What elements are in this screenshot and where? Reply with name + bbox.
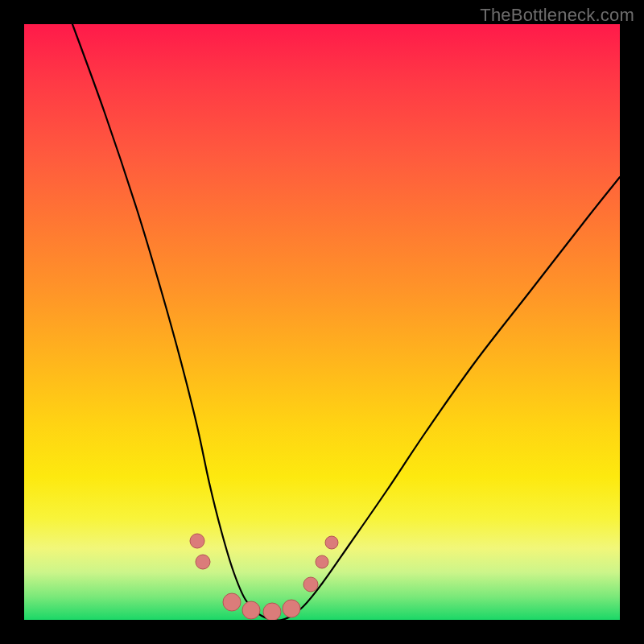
bottleneck-curve (72, 24, 620, 620)
trough-2 (242, 601, 260, 619)
chart-frame: TheBottleneck.com (0, 0, 644, 644)
left-bottom-marker (196, 555, 210, 569)
right-mid-marker (316, 555, 328, 568)
curve-layer (24, 24, 620, 620)
marker-group (190, 534, 338, 620)
left-top-marker (190, 534, 204, 548)
trough-1 (223, 593, 241, 611)
right-top-marker (325, 536, 338, 549)
trough-4 (283, 600, 300, 617)
right-low-marker (303, 577, 318, 592)
plot-area (24, 24, 620, 620)
watermark-text: TheBottleneck.com (480, 5, 634, 26)
trough-3 (263, 603, 281, 620)
